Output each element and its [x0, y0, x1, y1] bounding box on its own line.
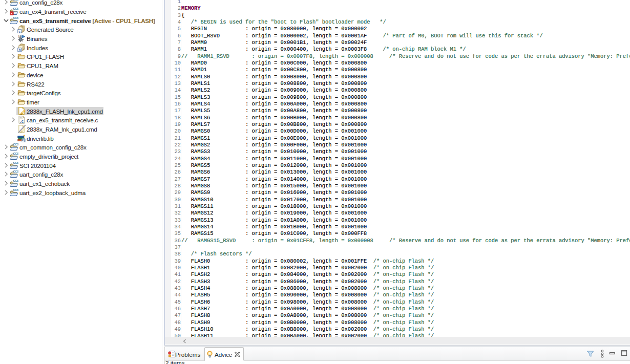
svg-text:CCS: CCS [13, 152, 18, 155]
svg-text:CCS: CCS [13, 143, 18, 146]
svg-text:.c: .c [20, 119, 24, 124]
svg-text:CCS: CCS [13, 7, 18, 10]
svg-text:CCS: CCS [13, 188, 18, 191]
svg-text:CCS: CCS [13, 170, 18, 173]
svg-text:c: c [19, 30, 21, 33]
svg-text:CCS: CCS [13, 161, 18, 164]
svg-text:CCS: CCS [13, 0, 18, 1]
svg-text:CCS: CCS [13, 179, 18, 182]
svg-text:h: h [19, 48, 21, 52]
svg-text:CCS: CCS [13, 16, 18, 19]
